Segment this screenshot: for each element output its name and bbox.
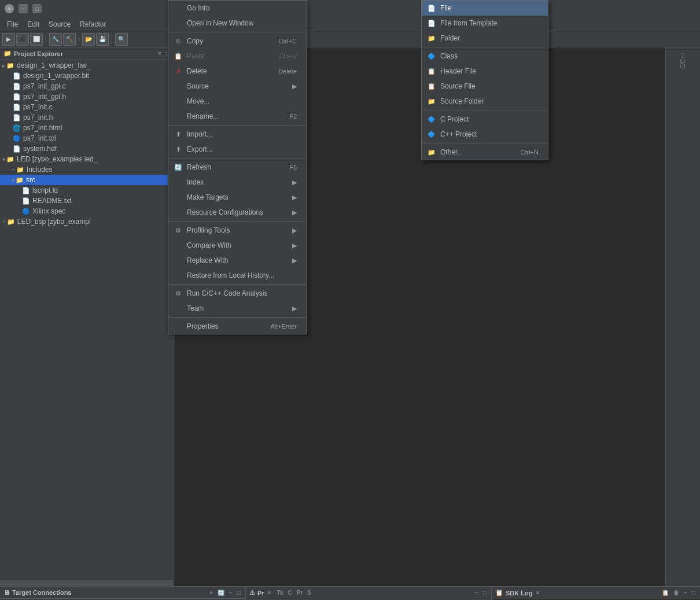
submenu-filefromtemplate[interactable]: 📄 File from Template [422,16,548,31]
ctx-team[interactable]: Team ▶ [168,301,306,316]
sdk-max[interactable]: □ [691,590,697,596]
tree-item-includes[interactable]: +📁Includes [0,164,173,175]
tree-item-ps7inittcl[interactable]: 🔵ps7_init.tcl [0,133,173,143]
collapse-btn[interactable]: × [157,50,163,57]
tree-item-readmetxt[interactable]: 📄README.txt [0,196,173,206]
toolbar-btn-8[interactable]: 🔍 [115,33,128,46]
target-refresh-btn[interactable]: 🔄 [216,590,226,596]
tree-item-design1wrapper[interactable]: ▸📁design_1_wrapper_hw_ [0,60,173,71]
submenu-sourcefile[interactable]: 📋 Source File [422,79,548,94]
sdk-close[interactable]: × [535,590,540,596]
tree-item-lscriptld[interactable]: 📄lscript.ld [0,185,173,196]
problems-max[interactable]: □ [482,590,488,596]
index-icon [173,178,183,187]
menu-bar: File Edit Source Refactor [0,17,700,31]
tree-label-xilinxspec: Xilinx.spec [32,207,65,215]
toolbar-btn-2[interactable]: ⬛ [16,33,29,46]
maximize-button[interactable]: □ [32,4,42,13]
ctx-profilingtools[interactable]: ⚙ Profiling Tools ▶ [168,223,306,238]
target-add-btn[interactable]: + [208,590,214,596]
ctx-restorefromlocal[interactable]: Restore from Local History... [168,268,306,283]
pr2-label[interactable]: Pr [297,590,303,596]
tree-item-design1bit[interactable]: 📄design_1_wrapper.bit [0,71,173,81]
menu-source[interactable]: Source [44,19,75,30]
tree-item-systemhdf[interactable]: 📄system.hdf [0,143,173,154]
toolbar-btn-4[interactable]: 🔧 [49,33,62,46]
menu-refactor[interactable]: Refactor [75,19,110,30]
ctx-runcodeanalysis[interactable]: ⚙ Run C/C++ Code Analysis [168,286,306,301]
horizontal-scrollbar[interactable] [0,580,173,586]
ctx-import-label: Import... [187,130,212,138]
tree-item-xilinxspec[interactable]: 🔵Xilinx.spec [0,206,173,216]
s-label[interactable]: S [307,590,311,596]
menu-file[interactable]: File [2,19,23,30]
sdk-clear-btn[interactable]: 🗑 [672,590,680,596]
tree-item-ledbsp[interactable]: +📁LED_bsp [zybo_exampl [0,216,173,227]
ctx-gointo[interactable]: Go Into [168,1,306,16]
ctx-properties-label: Properties [187,322,219,330]
tree-icon-design1bit: 📄 [13,72,21,80]
tree-item-ps7initgplh[interactable]: 📄ps7_init_gpl.h [0,91,173,102]
close-button[interactable]: × [5,4,14,13]
console-label[interactable]: C [288,590,292,596]
ctx-move[interactable]: Move... [168,94,306,109]
ctx-index[interactable]: Index ▶ [168,175,306,190]
problems-min[interactable]: − [474,590,480,596]
submenu-headerfile[interactable]: 📋 Header File [422,64,548,79]
sdk-min[interactable]: − [683,590,688,596]
tree-item-ps7initc[interactable]: 📄ps7_init.c [0,102,173,112]
problems-close[interactable]: × [267,590,272,596]
tree-item-src[interactable]: ▾📁src [0,175,173,185]
restorefromlocal-icon [173,271,183,280]
tree-item-ps7inith[interactable]: 📄ps7_init.h [0,112,173,123]
toolbar-btn-6[interactable]: 📂 [82,33,95,46]
ctx-properties[interactable]: Properties Alt+Enter [168,319,306,334]
submenu-file[interactable]: 📄 File [422,1,548,16]
resourceconfigs-arrow: ▶ [292,209,297,216]
submenu-folder[interactable]: 📁 Folder [422,31,548,46]
submenu-folder-label: Folder [440,34,460,42]
tasks-label[interactable]: Ta [277,590,283,596]
tree-item-ps7inithtml[interactable]: 🌐ps7_init.html [0,123,173,133]
submenu-cproject[interactable]: 🔷 C Project [422,112,548,127]
ctx-rename[interactable]: Rename... F2 [168,109,306,124]
ctx-source[interactable]: Source ▶ [168,79,306,94]
ctx-openwindow[interactable]: Open in New Window [168,16,306,31]
ctx-copy[interactable]: ⎘ Copy Ctrl+C [168,34,306,49]
tree-icon-readmetxt: 📄 [22,197,30,205]
ctx-paste[interactable]: 📋 Paste Ctrl+V [168,49,306,64]
submenu-other[interactable]: 📁 Other... Ctrl+N [422,145,548,160]
tree-label-ps7inith: ps7_init.h [23,113,53,122]
toolbar-btn-5[interactable]: 🔨 [63,33,76,46]
tree-label-ps7initgplc: ps7_init_gpl.c [23,82,65,90]
tree-arrow-src: ▾ [12,177,14,183]
ctx-maketargets-label: Make Targets [187,193,229,201]
ctx-refresh[interactable]: 🔄 Refresh F5 [168,160,306,175]
toolbar-btn-3[interactable]: ⬜ [30,33,43,46]
target-minus-btn[interactable]: − [228,590,234,596]
submenu-cppproject[interactable]: 🔷 C++ Project [422,127,548,142]
ctx-export[interactable]: ⬆ Export... [168,142,306,157]
tree-item-led[interactable]: ▾📁LED [zybo_examples led_ [0,154,173,164]
toolbar-btn-7[interactable]: 💾 [96,33,109,46]
tree-label-led: LED [zybo_examples led_ [17,155,97,163]
ctx-resourceconfigs[interactable]: Resource Configurations ▶ [168,205,306,220]
tree-label-ledbsp: LED_bsp [zybo_exampl [17,218,91,226]
tree-item-ps7initgplc[interactable]: 📄ps7_init_gpl.c [0,81,173,91]
target-close-btn[interactable]: □ [236,590,242,596]
ctx-delete[interactable]: ✗ Delete Delete [168,64,306,79]
submenu-class[interactable]: 🔷 Class [422,49,548,64]
ctx-comparewith[interactable]: Compare With ▶ [168,238,306,253]
delete-shortcut: Delete [267,68,297,75]
menu-edit[interactable]: Edit [23,19,44,30]
tree-label-design1wrapper: design_1_wrapper_hw_ [17,61,90,69]
sdk-copy-btn[interactable]: 📋 [661,590,670,596]
minimize-button[interactable]: − [19,4,28,13]
ctx-maketargets[interactable]: Make Targets ▶ [168,190,306,205]
ctx-runcodeanalysis-label: Run C/C++ Code Analysis [187,289,267,297]
tree-label-ps7inithtml: ps7_init.html [23,124,62,132]
submenu-sourcefolder[interactable]: 📁 Source Folder [422,94,548,109]
toolbar-btn-1[interactable]: ▶ [2,33,15,46]
ctx-import[interactable]: ⬆ Import... [168,127,306,142]
ctx-replacewith[interactable]: Replace With ▶ [168,253,306,268]
